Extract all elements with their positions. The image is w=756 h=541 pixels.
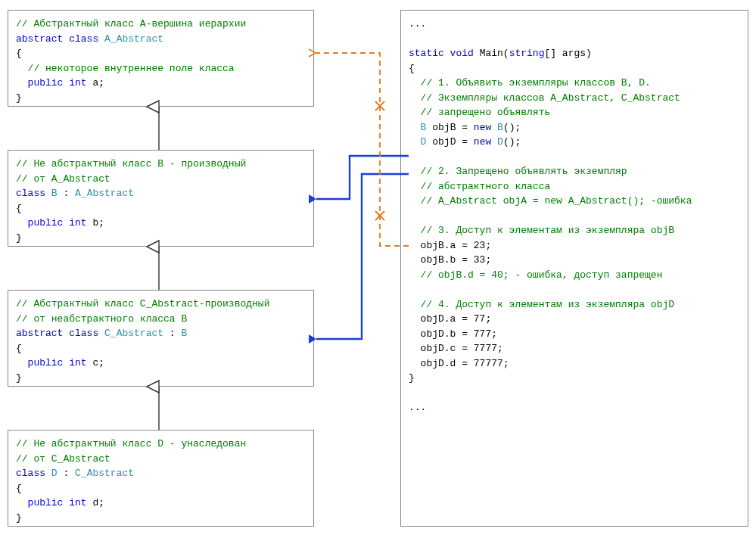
code-line: } (16, 511, 306, 526)
code-token: public int (16, 357, 92, 368)
code-token: new (474, 136, 497, 148)
code-token: c; (92, 357, 104, 368)
code-token: public int (16, 497, 92, 508)
x-mark-icon (375, 211, 384, 220)
code-line: // абстрактного класса (409, 179, 740, 194)
code-token: : (58, 188, 75, 199)
code-line: public int d; (16, 496, 306, 511)
code-line: // 3. Доступ к элементам из экземпляра o… (409, 223, 740, 238)
code-token: // абстрактного класса (409, 181, 550, 192)
code-line: } (409, 371, 740, 386)
code-line: // запрещено объявлять (409, 105, 740, 120)
code-line (409, 282, 740, 297)
code-line: D objD = new D(); (409, 135, 740, 150)
code-token: A_Abstract (75, 188, 134, 199)
code-token: B (181, 328, 187, 339)
code-line: // Абстрактный класс C_Abstract-производ… (16, 297, 306, 312)
code-token: // 4. Доступ к элементам из экземпляра o… (409, 299, 674, 310)
code-token: // Абстрактный класс A-вершина иерархии (16, 18, 246, 30)
code-line: { (16, 201, 306, 216)
code-token: // 2. Запрещено объявлять экземпляр (409, 166, 627, 177)
code-token: b; (92, 217, 104, 229)
code-token: // Не абстрактный класс D - унаследован (16, 438, 246, 449)
code-token: objB.b = 33; (409, 254, 491, 266)
code-token: C_Abstract (75, 468, 134, 479)
code-token: // A_Abstract objA = new A_Abstract(); -… (409, 195, 692, 207)
code-line (409, 32, 740, 47)
code-line: objB.b = 33; (409, 253, 740, 268)
code-token: } (16, 232, 22, 244)
code-line: // Не абстрактный класс D - унаследован (16, 437, 306, 452)
code-token: objD.d = 77777; (409, 358, 509, 369)
code-token: // 3. Доступ к элементам из экземпляра o… (409, 225, 674, 236)
code-line: } (16, 231, 306, 246)
code-token: } (409, 372, 415, 384)
code-token: : (58, 468, 75, 479)
code-line: static void Main(string[] args) (409, 46, 740, 61)
code-line: // Экземпляры классов A_Abstract, C_Abst… (409, 91, 740, 106)
code-token: class (16, 188, 51, 199)
code-line: // 2. Запрещено объявлять экземпляр (409, 164, 740, 179)
code-line: class D : C_Abstract (16, 466, 306, 481)
code-line: abstract class C_Abstract : B (16, 326, 306, 341)
code-token: { (16, 343, 22, 354)
code-token: { (409, 63, 415, 74)
code-token: // objB.d = 40; - ошибка, доступ запреще… (409, 269, 662, 281)
code-token: static void (409, 48, 480, 59)
code-token: objD.b = 777; (409, 328, 497, 340)
code-line: } (16, 371, 306, 386)
code-token: class (16, 468, 51, 479)
code-token (409, 122, 421, 133)
class-box-c: // Абстрактный класс C_Abstract-производ… (8, 290, 314, 387)
code-token: // Не абстрактный класс B - производный (16, 158, 246, 169)
code-line: // от C_Abstract (16, 452, 306, 467)
code-line: objD.c = 7777; (409, 341, 740, 356)
code-line: // Не абстрактный класс B - производный (16, 157, 306, 172)
code-line: // от неабстрактного класса B (16, 312, 306, 327)
code-token: public int (16, 77, 92, 89)
code-token: new (474, 122, 497, 133)
code-line: ... (409, 400, 740, 415)
class-box-main: ... static void Main(string[] args){ // … (400, 10, 748, 527)
code-line: class B : A_Abstract (16, 186, 306, 201)
code-line: // objB.d = 40; - ошибка, доступ запреще… (409, 268, 740, 283)
code-line: objD.d = 77777; (409, 356, 740, 372)
code-token: { (16, 483, 22, 494)
forbidden-arrow-orange (316, 53, 409, 246)
code-token: objD.a = 77; (409, 313, 491, 325)
code-line: { (409, 61, 740, 76)
code-token: ... (409, 402, 426, 413)
code-token: abstract class (16, 33, 104, 45)
code-token: } (16, 512, 22, 524)
code-token (409, 136, 421, 148)
x-mark-icon (375, 101, 384, 110)
code-line: { (16, 481, 306, 496)
code-line: // A_Abstract objA = new A_Abstract(); -… (409, 194, 740, 209)
code-line: public int c; (16, 356, 306, 371)
code-token: : (163, 328, 181, 339)
code-line: // 1. Объявить экземпляры классов B, D. (409, 76, 740, 91)
code-token: A_Abstract (104, 33, 163, 45)
code-token: { (16, 48, 22, 59)
code-token: // от C_Abstract (16, 453, 110, 465)
code-token: // некоторое внутреннее поле класса (16, 63, 235, 74)
code-token: // Абстрактный класс C_Abstract-производ… (16, 298, 269, 309)
code-token: Main( (480, 48, 509, 59)
code-line: // некоторое внутреннее поле класса (16, 61, 306, 76)
code-token: objD.c = 7777; (409, 343, 503, 354)
code-token: D (497, 136, 503, 148)
code-token: (); (503, 136, 521, 148)
code-line: ... (409, 17, 740, 32)
code-token: } (16, 372, 22, 384)
code-token: C_Abstract (104, 328, 163, 339)
code-token: // 1. Объявить экземпляры классов B, D. (409, 77, 651, 89)
code-token: } (16, 92, 22, 104)
code-token: a; (92, 77, 104, 89)
code-token: B (497, 122, 503, 133)
code-token: B (51, 188, 58, 199)
code-line: objD.a = 77; (409, 312, 740, 327)
code-token: // от неабстрактного класса B (16, 313, 187, 325)
class-box-a: // Абстрактный класс A-вершина иерархииa… (8, 10, 314, 107)
code-line: public int b; (16, 216, 306, 231)
class-box-b: // Не абстрактный класс B - производный/… (8, 150, 314, 247)
